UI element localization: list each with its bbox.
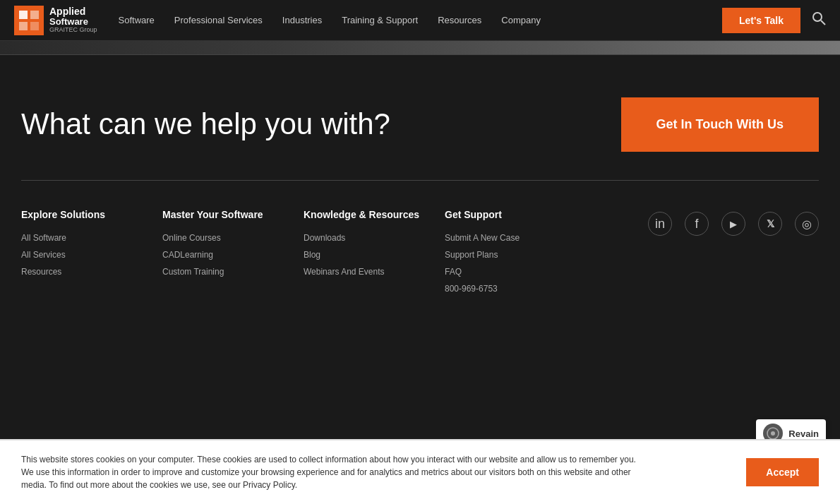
search-icon[interactable] <box>812 11 826 29</box>
footer-col-master: Master Your Software Online Courses CADL… <box>162 209 304 301</box>
revain-label: Revain <box>788 428 819 439</box>
instagram-icon[interactable]: ◎ <box>795 212 819 236</box>
footer-col-explore-title: Explore Solutions <box>21 209 162 220</box>
main-row: What can we help you with? Get In Touch … <box>21 97 819 152</box>
section-divider <box>21 180 819 181</box>
navbar: Applied Software GRAITEC Group Software … <box>0 0 840 41</box>
logo-icon <box>14 6 44 35</box>
accept-cookies-button[interactable]: Accept <box>746 458 819 486</box>
nav-professional-services[interactable]: Professional Services <box>174 15 263 25</box>
footer-link-online-courses[interactable]: Online Courses <box>162 233 304 243</box>
nav-links: Software Professional Services Industrie… <box>119 15 708 25</box>
svg-rect-3 <box>30 22 39 30</box>
footer-link-cadlearning[interactable]: CADLearning <box>162 250 304 260</box>
footer-link-submit-case[interactable]: Submit A New Case <box>445 233 586 243</box>
twitter-icon[interactable]: 𝕏 <box>758 212 782 236</box>
cookie-banner: This website stores cookies on your comp… <box>0 439 840 504</box>
svg-rect-0 <box>19 11 28 19</box>
svg-point-7 <box>771 431 775 436</box>
footer-link-all-services[interactable]: All Services <box>21 250 162 260</box>
hero-strip <box>0 41 840 55</box>
svg-rect-1 <box>30 11 39 19</box>
footer-link-all-software[interactable]: All Software <box>21 233 162 243</box>
footer-col-knowledge-title: Knowledge & Resources <box>304 209 445 220</box>
footer-link-faq[interactable]: FAQ <box>445 267 586 277</box>
footer-links: Explore Solutions All Software All Servi… <box>21 209 819 329</box>
social-icons: in f ▶ 𝕏 ◎ <box>586 209 819 301</box>
footer-col-support: Get Support Submit A New Case Support Pl… <box>445 209 586 301</box>
lets-talk-button[interactable]: Let's Talk <box>722 8 800 33</box>
nav-resources[interactable]: Resources <box>438 15 481 25</box>
footer-link-webinars[interactable]: Webinars And Events <box>304 267 445 277</box>
nav-company[interactable]: Company <box>501 15 541 25</box>
youtube-icon[interactable]: ▶ <box>721 212 745 236</box>
footer-link-support-plans[interactable]: Support Plans <box>445 250 586 260</box>
footer-link-resources[interactable]: Resources <box>21 267 162 277</box>
footer-col-master-title: Master Your Software <box>162 209 304 220</box>
main-section: What can we help you with? Get In Touch … <box>0 55 840 357</box>
cookie-text: This website stores cookies on your comp… <box>21 453 642 491</box>
footer-col-support-title: Get Support <box>445 209 586 220</box>
main-headline: What can we help you with? <box>21 107 390 141</box>
nav-software[interactable]: Software <box>119 15 155 25</box>
footer-link-downloads[interactable]: Downloads <box>304 233 445 243</box>
nav-industries[interactable]: Industries <box>282 15 322 25</box>
footer-link-phone[interactable]: 800-969-6753 <box>445 284 586 294</box>
logo-text: Applied Software GRAITEC Group <box>49 6 97 35</box>
nav-training-support[interactable]: Training & Support <box>342 15 418 25</box>
svg-line-5 <box>821 20 825 25</box>
footer-col-knowledge: Knowledge & Resources Downloads Blog Web… <box>304 209 445 301</box>
footer-link-custom-training[interactable]: Custom Training <box>162 267 304 277</box>
footer-link-blog[interactable]: Blog <box>304 250 445 260</box>
svg-rect-2 <box>19 22 28 30</box>
footer-col-explore: Explore Solutions All Software All Servi… <box>21 209 162 301</box>
get-in-touch-button[interactable]: Get In Touch With Us <box>621 97 820 152</box>
logo[interactable]: Applied Software GRAITEC Group <box>14 6 97 35</box>
facebook-icon[interactable]: f <box>685 212 709 236</box>
svg-point-4 <box>813 13 822 21</box>
linkedin-icon[interactable]: in <box>648 212 672 236</box>
